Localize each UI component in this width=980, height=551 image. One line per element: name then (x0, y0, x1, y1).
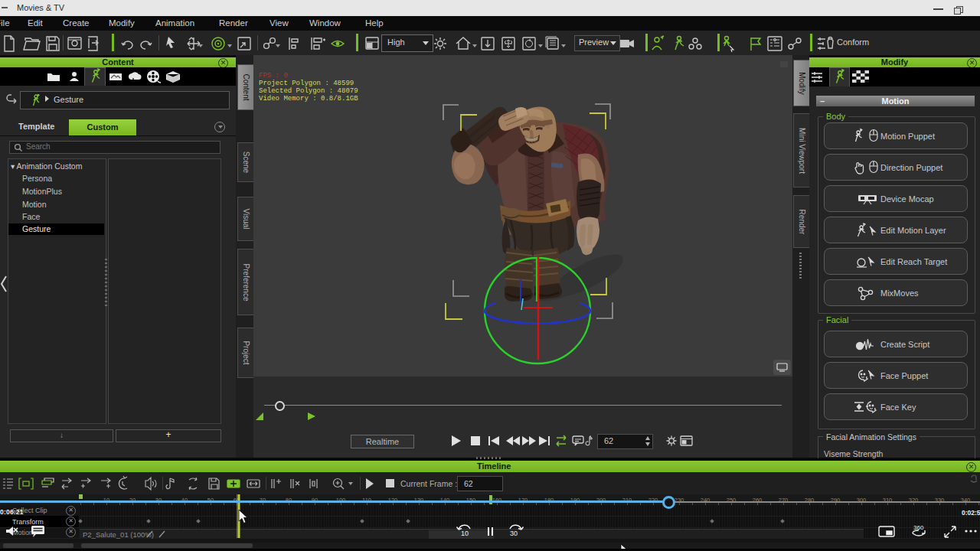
svg-text:10: 10 (461, 530, 469, 537)
svg-text:30: 30 (510, 530, 518, 537)
svg-text:360: 360 (913, 524, 924, 531)
